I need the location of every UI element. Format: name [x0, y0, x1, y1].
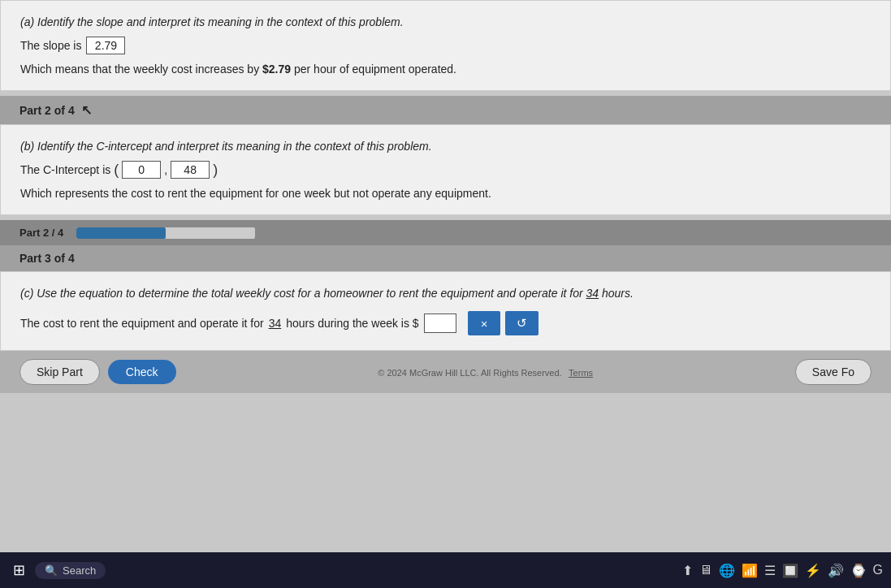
taskbar-icon-5[interactable]: ☰	[764, 563, 776, 578]
taskbar-icons: ⬆ 🖥 🌐 📶 ☰ 🔲 ⚡ 🔊 ⌚ G	[682, 563, 883, 578]
part2-header-bar: Part 2 of 4 ↖	[0, 96, 891, 124]
slope-label: The slope is	[20, 39, 81, 52]
bottom-bar: Skip Part Check © 2024 McGraw Hill LLC. …	[0, 351, 891, 393]
action-buttons: × ↺	[468, 311, 539, 335]
part2-question: (b) Identify the C-intercept and interpr…	[20, 140, 871, 153]
cost-label: The cost to rent the equipment and opera…	[20, 317, 264, 330]
part2-explanation: Which represents the cost to rent the eq…	[20, 187, 871, 200]
cursor-icon: ↖	[81, 102, 92, 118]
slope-line: The slope is 2.79	[20, 37, 871, 54]
windows-start-button[interactable]: ⊞	[8, 561, 30, 579]
part1-section: (a) Identify the slope and interpret its…	[0, 0, 891, 91]
part3-header-label: Part 3 of 4	[19, 252, 75, 265]
taskbar-search-box[interactable]: 🔍 Search	[35, 562, 106, 579]
part3-question-text: (c) Use the equation to determine the to…	[20, 287, 583, 300]
search-icon: 🔍	[45, 564, 58, 577]
part3-section: (c) Use the equation to determine the to…	[0, 271, 891, 351]
part2-header-label: Part 2 of 4	[19, 104, 75, 117]
taskbar: ⊞ 🔍 Search ⬆ 🖥 🌐 📶 ☰ 🔲 ⚡ 🔊 ⌚ G	[0, 552, 891, 588]
part1-explanation: Which means that the weekly cost increas…	[20, 63, 871, 76]
progress-section: Part 2 / 4	[0, 220, 891, 245]
slope-value: 2.79	[86, 37, 125, 54]
intercept-label: The C-Intercept is	[20, 163, 110, 176]
part2-explanation-text: Which represents the cost to rent the eq…	[20, 187, 491, 200]
explanation-bold: $2.79	[262, 63, 291, 76]
intercept-y-value: 48	[171, 161, 210, 179]
taskbar-icon-4[interactable]: 📶	[742, 563, 758, 578]
taskbar-icon-7[interactable]: ⚡	[805, 563, 821, 578]
cost-input[interactable]	[424, 313, 456, 333]
c-intercept-line: The C-Intercept is ( 0 , 48 )	[20, 161, 871, 179]
taskbar-icon-1[interactable]: ⬆	[682, 563, 693, 578]
explanation-prefix: Which means that the weekly cost increas…	[20, 63, 259, 76]
terms-text[interactable]: Terms	[569, 368, 593, 378]
taskbar-icon-g[interactable]: G	[873, 563, 883, 577]
explanation-rest: per hour of equipment operated.	[294, 63, 456, 76]
save-button[interactable]: Save Fo	[795, 359, 872, 385]
taskbar-icon-9[interactable]: ⌚	[850, 563, 867, 578]
part2-section: (b) Identify the C-intercept and interpr…	[0, 124, 891, 215]
intercept-x-value: 0	[122, 161, 161, 179]
search-label: Search	[63, 564, 96, 577]
bottom-left: Skip Part Check	[19, 359, 176, 385]
cost-hours: 34	[269, 317, 282, 330]
clear-button[interactable]: ×	[468, 311, 501, 335]
progress-bar-fill	[76, 227, 166, 239]
part3-header-bar: Part 3 of 4	[0, 245, 891, 271]
copyright-text: © 2024 McGraw Hill LLC. All Rights Reser…	[378, 368, 561, 378]
taskbar-icon-3[interactable]: 🌐	[719, 563, 735, 578]
progress-bar-container	[76, 227, 255, 239]
progress-label: Part 2 / 4	[19, 227, 63, 239]
taskbar-icon-2[interactable]: 🖥	[699, 563, 712, 577]
cost-line: The cost to rent the equipment and opera…	[20, 311, 871, 335]
undo-button[interactable]: ↺	[505, 311, 538, 335]
part3-question: (c) Use the equation to determine the to…	[20, 287, 871, 300]
copyright-area: © 2024 McGraw Hill LLC. All Rights Reser…	[378, 365, 593, 379]
part3-hours: 34	[586, 287, 599, 300]
taskbar-icon-8[interactable]: 🔊	[828, 563, 844, 578]
cost-label2: hours during the week is $	[286, 317, 418, 330]
part1-question: (a) Identify the slope and interpret its…	[20, 15, 871, 28]
check-button[interactable]: Check	[108, 360, 176, 384]
taskbar-icon-6[interactable]: 🔲	[782, 563, 798, 578]
skip-part-button[interactable]: Skip Part	[19, 359, 100, 385]
part3-question-end: hours.	[602, 287, 634, 300]
